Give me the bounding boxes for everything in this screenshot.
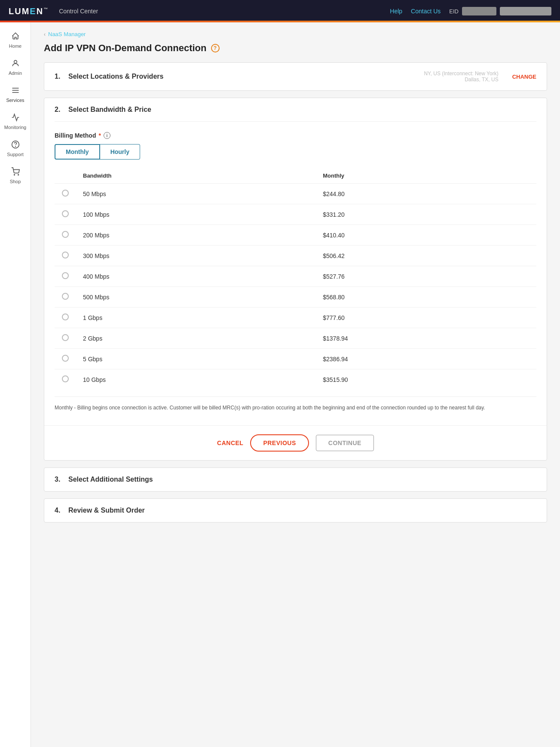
radio-cell[interactable] xyxy=(55,266,76,287)
eid-dropdown[interactable] xyxy=(500,7,551,15)
svg-point-5 xyxy=(15,146,15,147)
step-2-header: 2. Select Bandwidth & Price xyxy=(44,98,547,121)
cancel-button[interactable]: CANCEL xyxy=(217,440,243,446)
radio-button-1[interactable] xyxy=(62,210,69,217)
sidebar-label-support: Support xyxy=(7,152,24,157)
billing-method-label: Billing Method * i xyxy=(55,132,536,139)
price-cell: $1378.94 xyxy=(316,328,536,349)
table-row[interactable]: 10 Gbps $3515.90 xyxy=(55,369,536,390)
page-info-icon[interactable]: ? xyxy=(211,44,220,52)
step-4-title: Review & Submit Order xyxy=(68,507,536,514)
table-row[interactable]: 2 Gbps $1378.94 xyxy=(55,328,536,349)
bandwidth-cell: 1 Gbps xyxy=(76,307,316,328)
sidebar-item-services[interactable]: Services xyxy=(0,81,31,108)
breadcrumb: ‹ NaaS Manager xyxy=(44,31,547,37)
bandwidth-cell: 100 Mbps xyxy=(76,204,316,225)
support-icon xyxy=(11,140,20,150)
svg-point-0 xyxy=(14,60,17,63)
eid-value xyxy=(462,7,496,15)
breadcrumb-parent-link[interactable]: NaaS Manager xyxy=(48,31,86,37)
contact-us-link[interactable]: Contact Us xyxy=(411,8,441,15)
price-cell: $331.20 xyxy=(316,204,536,225)
radio-button-9[interactable] xyxy=(62,375,69,382)
billing-toggle: Monthly Hourly xyxy=(55,144,536,160)
page-title-text: Add IP VPN On-Demand Connection xyxy=(44,43,207,54)
step-3-number: 3. xyxy=(55,476,63,483)
change-button[interactable]: CHANGE xyxy=(512,74,536,80)
table-row[interactable]: 200 Mbps $410.40 xyxy=(55,225,536,246)
step-1-number: 1. xyxy=(55,73,63,80)
table-header-radio-col xyxy=(55,168,76,184)
monthly-toggle-button[interactable]: Monthly xyxy=(55,144,100,160)
table-row[interactable]: 100 Mbps $331.20 xyxy=(55,204,536,225)
shop-icon xyxy=(11,167,20,177)
table-header-monthly: Monthly xyxy=(316,168,536,184)
admin-icon xyxy=(11,59,20,69)
step-1-header: 1. Select Locations & Providers NY, US (… xyxy=(44,63,547,90)
radio-button-4[interactable] xyxy=(62,272,69,279)
app-layout: Home Admin Services Monitoring Support xyxy=(0,22,560,747)
radio-cell[interactable] xyxy=(55,328,76,349)
bandwidth-cell: 2 Gbps xyxy=(76,328,316,349)
main-content: ‹ NaaS Manager Add IP VPN On-Demand Conn… xyxy=(31,22,560,747)
bandwidth-cell: 500 Mbps xyxy=(76,287,316,307)
help-link[interactable]: Help xyxy=(390,8,402,15)
billing-info-icon[interactable]: i xyxy=(104,132,110,139)
billing-method-text: Billing Method xyxy=(55,132,96,139)
table-row[interactable]: 5 Gbps $2386.94 xyxy=(55,349,536,369)
home-icon xyxy=(11,32,20,42)
step-4-card: 4. Review & Submit Order xyxy=(44,498,547,523)
radio-button-3[interactable] xyxy=(62,252,69,258)
sidebar-label-services: Services xyxy=(6,98,24,103)
step-2-card: 2. Select Bandwidth & Price Billing Meth… xyxy=(44,98,547,461)
breadcrumb-chevron: ‹ xyxy=(44,31,46,37)
sidebar-item-home[interactable]: Home xyxy=(0,27,31,54)
sidebar-item-monitoring[interactable]: Monitoring xyxy=(0,108,31,135)
svg-point-7 xyxy=(18,175,18,175)
bandwidth-table: Bandwidth Monthly 50 Mbps $244.80 100 Mb… xyxy=(55,168,536,390)
step-3-header: 3. Select Additional Settings xyxy=(44,468,547,491)
radio-button-2[interactable] xyxy=(62,231,69,238)
radio-button-6[interactable] xyxy=(62,314,69,320)
table-row[interactable]: 300 Mbps $506.42 xyxy=(55,246,536,266)
step-2-title: Select Bandwidth & Price xyxy=(68,106,536,114)
top-navigation: LUMEN™ Control Center Help Contact Us EI… xyxy=(0,0,560,22)
services-icon xyxy=(11,86,20,96)
radio-cell[interactable] xyxy=(55,369,76,390)
table-row[interactable]: 400 Mbps $527.76 xyxy=(55,266,536,287)
radio-cell[interactable] xyxy=(55,225,76,246)
sidebar-item-admin[interactable]: Admin xyxy=(0,54,31,81)
sidebar-label-admin: Admin xyxy=(9,71,22,76)
bandwidth-cell: 10 Gbps xyxy=(76,369,316,390)
bandwidth-cell: 5 Gbps xyxy=(76,349,316,369)
radio-button-0[interactable] xyxy=(62,190,69,197)
price-cell: $410.40 xyxy=(316,225,536,246)
radio-button-5[interactable] xyxy=(62,293,69,300)
bandwidth-cell: 50 Mbps xyxy=(76,184,316,204)
step-2-content: Billing Method * i Monthly Hourly Bandwi… xyxy=(44,122,547,422)
continue-button[interactable]: CONTINUE xyxy=(316,435,374,451)
top-nav-links: Help Contact Us EID xyxy=(390,7,551,15)
radio-button-7[interactable] xyxy=(62,334,69,341)
radio-cell[interactable] xyxy=(55,246,76,266)
radio-cell[interactable] xyxy=(55,287,76,307)
table-row[interactable]: 500 Mbps $568.80 xyxy=(55,287,536,307)
radio-cell[interactable] xyxy=(55,204,76,225)
previous-button[interactable]: PREVIOUS xyxy=(250,434,309,452)
sidebar-item-shop[interactable]: Shop xyxy=(0,162,31,189)
price-cell: $2386.94 xyxy=(316,349,536,369)
hourly-toggle-button[interactable]: Hourly xyxy=(100,144,140,160)
eid-section: EID xyxy=(449,7,551,15)
table-row[interactable]: 50 Mbps $244.80 xyxy=(55,184,536,204)
step-1-card: 1. Select Locations & Providers NY, US (… xyxy=(44,62,547,91)
sidebar-item-support[interactable]: Support xyxy=(0,135,31,162)
price-cell: $244.80 xyxy=(316,184,536,204)
table-row[interactable]: 1 Gbps $777.60 xyxy=(55,307,536,328)
sidebar-label-shop: Shop xyxy=(10,179,21,184)
step-4-number: 4. xyxy=(55,507,63,514)
radio-cell[interactable] xyxy=(55,349,76,369)
price-cell: $568.80 xyxy=(316,287,536,307)
radio-cell[interactable] xyxy=(55,307,76,328)
radio-cell[interactable] xyxy=(55,184,76,204)
radio-button-8[interactable] xyxy=(62,355,69,362)
